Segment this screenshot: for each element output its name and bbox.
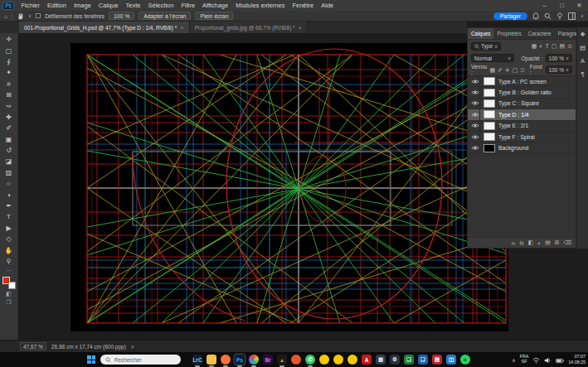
delete-layer-icon[interactable]: ⌫ [563, 239, 571, 246]
tab-close-icon[interactable]: × [180, 24, 183, 31]
zoom-level-field[interactable]: 47,67 % [20, 342, 46, 350]
marquee-tool[interactable]: ▢ [2, 45, 17, 56]
menu-filtre[interactable]: Filtre [177, 2, 199, 9]
tray-expand-icon[interactable]: ∧ [512, 357, 515, 363]
layer-filter-field[interactable]: Type ∨ [471, 42, 501, 51]
taskbar-green-window-app[interactable]: ❏ [404, 355, 414, 365]
foreground-color-swatch[interactable] [2, 277, 10, 284]
adjustment-layer-icon[interactable]: ◐ [537, 240, 541, 246]
taskbar-photoshop[interactable]: Ps [235, 355, 245, 365]
history-brush-tool[interactable]: ↺ [2, 145, 17, 156]
filter-adjustment-layers-icon[interactable]: ◐ [539, 43, 542, 49]
layer-row[interactable]: Type E : 2/1 [468, 121, 576, 132]
eyedropper-tool[interactable]: ✑ [2, 100, 17, 111]
start-button[interactable] [87, 355, 95, 364]
wifi-icon[interactable] [532, 352, 540, 367]
lock-paint-icon[interactable]: ✐ [498, 67, 503, 73]
menu-image[interactable]: Image [70, 2, 95, 9]
edit-toolbar-icon[interactable]: ⋯ [2, 267, 17, 275]
actions-panel-icon[interactable]: ❖ [580, 31, 586, 38]
filter-type-layers-icon[interactable]: T [546, 43, 549, 49]
taskbar-blue-window-app[interactable]: ❏ [418, 355, 428, 365]
taskbar-bridge[interactable]: Br [263, 355, 273, 365]
document-canvas[interactable] [70, 43, 508, 331]
taskbar-acrobat[interactable]: A [362, 355, 372, 365]
layer-visibility-eye-icon[interactable] [470, 142, 480, 152]
taskbar-spotify[interactable]: ≡ [460, 355, 470, 365]
menu-slection[interactable]: Sélection [144, 2, 177, 9]
layer-row[interactable]: Type D : 1/4 [468, 109, 576, 120]
screen-mode[interactable]: ❐ [2, 298, 17, 307]
move-tool[interactable]: ✛ [2, 34, 17, 45]
search-icon[interactable] [544, 12, 552, 20]
home-icon[interactable]: ⌂ [4, 13, 7, 19]
menu-fentre[interactable]: Fenêtre [289, 2, 318, 9]
blur-tool[interactable]: ○ [2, 178, 17, 189]
clock[interactable]: 07:0714.08.25 [568, 354, 586, 365]
filter-switch-icon[interactable]: ⊙ [567, 43, 572, 49]
status-chevron-icon[interactable]: > [131, 344, 134, 350]
character-panel-icon[interactable]: A [581, 57, 585, 65]
panel-tab-calques[interactable]: Calques [468, 28, 493, 39]
layer-mask-icon[interactable]: ◧ [528, 239, 533, 246]
layer-row[interactable]: Type C : Square [468, 99, 576, 109]
layer-row[interactable]: Type B : Golden ratio [468, 87, 576, 98]
hand-options-chevron-icon[interactable]: ∨ [28, 13, 32, 18]
quick-mask-mode[interactable]: ◧ [2, 290, 17, 298]
filter-pixel-layers-icon[interactable]: ▦ [532, 43, 537, 49]
brush-tool[interactable]: ✐ [2, 123, 17, 133]
taskbar-yellow-app-1[interactable] [319, 355, 329, 365]
menu-edition[interactable]: Edition [44, 2, 70, 9]
share-button[interactable]: Partager [493, 12, 527, 20]
quick-selection-tool[interactable]: ✦ [2, 67, 17, 78]
workspace-switcher-icon[interactable] [568, 12, 576, 20]
taskbar-calculator[interactable]: ▦ [376, 355, 386, 365]
photoshop-app-icon[interactable]: Ps [2, 2, 14, 10]
hand-tool-icon[interactable] [17, 12, 24, 20]
menu-aide[interactable]: Aide [318, 2, 338, 9]
menu-fichier[interactable]: Fichier [17, 2, 44, 9]
fullscreen-button[interactable]: Plein écran [195, 12, 233, 20]
workspace-chevron-icon[interactable]: ∨ [581, 13, 584, 18]
type-tool[interactable]: T [2, 211, 17, 222]
layer-visibility-eye-icon[interactable] [470, 109, 480, 119]
lasso-tool[interactable]: ∮ [2, 56, 17, 67]
taskbar-photos[interactable] [249, 355, 259, 365]
layer-visibility-eye-icon[interactable] [470, 99, 480, 109]
link-layers-icon[interactable]: ∞ [512, 240, 516, 246]
taskbar-settings[interactable]: ⚙ [390, 355, 400, 365]
panel-tab-caractre[interactable]: Caractère [525, 28, 555, 39]
taskbar-yellow-app-3[interactable] [347, 355, 357, 365]
menu-texte[interactable]: Texte [122, 2, 144, 9]
zoom-100-button[interactable]: 100 % [109, 12, 134, 20]
taskbar-vlc[interactable]: ▲ [277, 355, 287, 365]
maximize-button[interactable]: □ [553, 2, 571, 9]
document-tab-2[interactable]: Proportional_grids.jpg @ 66,7% (RVB/8) *… [190, 22, 308, 33]
layer-row[interactable]: Type F : Spiral [468, 132, 576, 142]
blend-mode-select[interactable]: Normal∨ [471, 54, 514, 62]
taskbar-lightroom-classic[interactable]: LrC [192, 355, 202, 365]
lock-all-icon[interactable]: ⚿ [520, 67, 524, 73]
lock-position-icon[interactable]: ✛ [505, 67, 510, 73]
new-layer-icon[interactable]: ⊞ [555, 239, 560, 246]
taskbar-search[interactable]: Rechercher [100, 355, 181, 365]
layer-visibility-eye-icon[interactable] [470, 121, 480, 131]
learn-bulb-icon[interactable] [556, 12, 563, 20]
document-tab-1[interactable]: 001-Proportional_Grids_H.psd @ 47,7% (Ty… [19, 22, 190, 33]
paragraph-panel-icon[interactable]: ¶ [581, 70, 584, 78]
fit-screen-button[interactable]: Adapter à l'écran [138, 12, 191, 20]
lock-transparency-icon[interactable]: ▦ [489, 67, 495, 73]
notifications-bell-icon[interactable] [532, 12, 539, 20]
pen-tool[interactable]: ✒ [2, 200, 17, 211]
dodge-tool[interactable]: ◑ [2, 189, 17, 200]
healing-brush-tool[interactable]: ✚ [2, 112, 17, 123]
shape-tool[interactable]: ◇ [2, 234, 17, 244]
menu-calque[interactable]: Calque [95, 2, 122, 9]
menu-modulesexternes[interactable]: Modules externes [232, 2, 289, 9]
libraries-panel-icon[interactable]: ▤ [580, 44, 586, 51]
filter-shape-layers-icon[interactable]: ▢ [552, 43, 557, 49]
zoom-tool[interactable]: ⚲ [2, 256, 17, 267]
layer-row[interactable]: Background [468, 142, 576, 153]
taskbar-file-explorer[interactable] [207, 355, 216, 365]
taskbar-firefox[interactable] [221, 355, 231, 365]
